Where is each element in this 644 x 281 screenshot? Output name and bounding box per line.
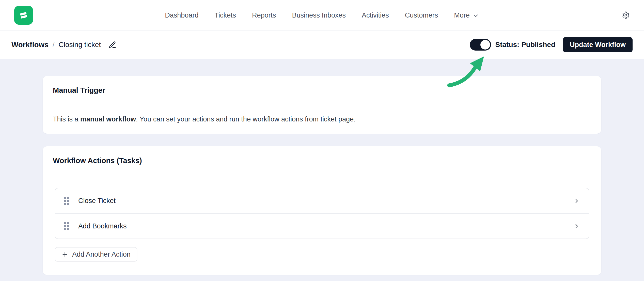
- workflow-header-controls: Status: Published Update Workflow: [470, 37, 633, 52]
- top-navigation-bar: Dashboard Tickets Reports Business Inbox…: [0, 0, 644, 30]
- update-workflow-button[interactable]: Update Workflow: [563, 37, 633, 52]
- manual-trigger-description: This is a manual workflow. You can set y…: [43, 105, 601, 134]
- gear-icon: [622, 11, 630, 19]
- add-another-action-label: Add Another Action: [72, 251, 131, 258]
- nav-item-more[interactable]: More: [454, 11, 479, 19]
- edit-workflow-title-button[interactable]: [108, 41, 116, 49]
- action-label: Close Ticket: [78, 197, 116, 205]
- trigger-description-suffix: . You can set your actions and run the w…: [136, 115, 355, 123]
- workflow-actions-card-header: Workflow Actions (Tasks): [43, 146, 601, 175]
- workflow-title: Closing ticket: [59, 41, 101, 49]
- action-row-add-bookmarks[interactable]: Add Bookmarks: [55, 213, 589, 239]
- pencil-icon: [108, 41, 116, 49]
- main-menu: Dashboard Tickets Reports Business Inbox…: [165, 0, 479, 30]
- breadcrumb-workflows-link[interactable]: Workflows: [11, 41, 49, 49]
- nav-item-reports[interactable]: Reports: [252, 11, 276, 19]
- manual-trigger-title: Manual Trigger: [53, 86, 105, 95]
- manual-trigger-card: Manual Trigger This is a manual workflow…: [43, 76, 601, 134]
- nav-item-activities[interactable]: Activities: [362, 11, 389, 19]
- add-another-action-button[interactable]: Add Another Action: [55, 247, 137, 261]
- action-row-close-ticket[interactable]: Close Ticket: [55, 188, 589, 213]
- manual-trigger-card-header: Manual Trigger: [43, 76, 601, 105]
- plus-icon: [61, 251, 68, 258]
- chevron-right-icon[interactable]: [573, 198, 580, 204]
- chevron-right-icon[interactable]: [573, 223, 580, 229]
- workflow-actions-body: Close Ticket Ad: [43, 175, 601, 275]
- action-list: Close Ticket Ad: [55, 188, 589, 239]
- chevron-down-icon: [473, 12, 479, 19]
- nav-item-tickets[interactable]: Tickets: [214, 11, 236, 19]
- drag-handle-icon[interactable]: [64, 197, 69, 205]
- breadcrumb: Workflows / Closing ticket: [11, 41, 116, 49]
- status-label: Status: Published: [495, 41, 555, 49]
- settings-button[interactable]: [622, 11, 630, 19]
- publish-toggle-knob: [480, 40, 490, 50]
- nav-more-label: More: [454, 11, 470, 19]
- action-label: Add Bookmarks: [78, 222, 127, 230]
- breadcrumb-separator: /: [53, 41, 55, 49]
- app-logo[interactable]: [14, 6, 33, 25]
- fluent-support-logo-icon: [18, 9, 30, 21]
- workflow-actions-title: Workflow Actions (Tasks): [53, 157, 142, 165]
- nav-item-dashboard[interactable]: Dashboard: [165, 11, 198, 19]
- workflow-header-bar: Workflows / Closing ticket Status: Publi…: [0, 30, 644, 59]
- trigger-description-bold: manual workflow: [80, 115, 136, 123]
- trigger-description-prefix: This is a: [53, 115, 80, 123]
- drag-handle-icon[interactable]: [64, 222, 69, 230]
- nav-item-customers[interactable]: Customers: [405, 11, 438, 19]
- nav-item-business-inboxes[interactable]: Business Inboxes: [292, 11, 346, 19]
- publish-toggle[interactable]: [470, 39, 491, 51]
- workflow-editor-content: Manual Trigger This is a manual workflow…: [0, 59, 644, 275]
- workflow-actions-card: Workflow Actions (Tasks) Close Ticket: [43, 146, 601, 275]
